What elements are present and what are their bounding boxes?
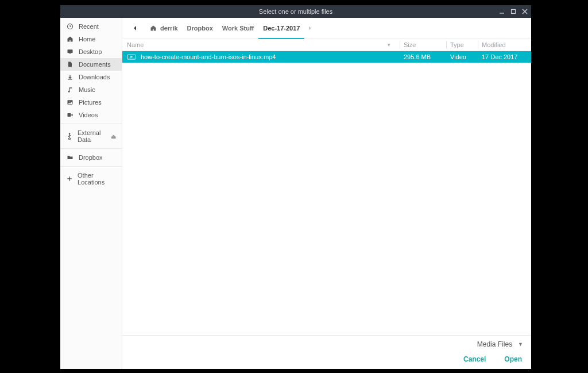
sidebar-item-label: Desktop (79, 48, 102, 55)
window-title: Select one or multiple files (259, 8, 332, 15)
action-buttons: Cancel Open (130, 353, 523, 366)
column-header-label: Size (404, 41, 416, 48)
file-list[interactable]: how-to-create-mount-and-burn-isos-in-lin… (122, 51, 531, 335)
column-header-label: Name (127, 41, 144, 48)
maximize-button[interactable] (510, 9, 516, 14)
video-file-icon (127, 53, 136, 60)
desktop-icon (66, 48, 74, 55)
sidebar-item-home[interactable]: Home (60, 33, 122, 45)
sidebar-item-desktop[interactable]: Desktop (60, 45, 122, 58)
back-button[interactable] (128, 21, 142, 35)
sidebar-item-label: Recent (79, 23, 99, 30)
usb-icon (66, 133, 73, 140)
breadcrumb-label: derrik (160, 25, 178, 32)
pictures-icon (66, 99, 74, 106)
cancel-button[interactable]: Cancel (462, 353, 487, 366)
file-row[interactable]: how-to-create-mount-and-burn-isos-in-lin… (122, 51, 531, 63)
chevron-right-icon (308, 26, 312, 30)
column-header-row: Name ▾ Size Type Modified (122, 39, 531, 51)
document-icon (66, 61, 74, 68)
column-divider (478, 41, 478, 49)
column-header-type[interactable]: Type (450, 41, 474, 48)
sidebar-item-documents[interactable]: Documents (60, 58, 122, 71)
sidebar-item-pictures[interactable]: Pictures (60, 96, 122, 109)
svg-point-8 (69, 102, 70, 103)
window-controls (499, 9, 528, 14)
sidebar-item-label: Downloads (79, 74, 110, 80)
sidebar: Recent Home Desktop Documents (60, 18, 122, 369)
svg-rect-1 (512, 10, 516, 14)
sidebar-item-label: Other Locations (78, 172, 116, 186)
video-icon (66, 111, 74, 118)
sort-indicator-icon: ▾ (388, 42, 390, 48)
plus-icon (66, 175, 73, 182)
chevron-down-icon: ▼ (518, 341, 523, 347)
file-modified: 17 Dec 2017 (482, 53, 527, 60)
sidebar-item-videos[interactable]: Videos (60, 109, 122, 121)
breadcrumb-label: Dec-17-2017 (263, 25, 300, 32)
file-name: how-to-create-mount-and-burn-isos-in-lin… (141, 53, 404, 60)
titlebar: Select one or multiple files (60, 5, 531, 18)
clock-icon (66, 23, 74, 30)
column-header-size[interactable]: Size (404, 41, 443, 48)
column-header-label: Type (450, 41, 464, 48)
sidebar-item-label: Home (79, 36, 95, 43)
column-header-name[interactable]: Name ▾ (127, 41, 396, 48)
column-header-modified[interactable]: Modified (482, 41, 527, 48)
close-button[interactable] (522, 9, 528, 14)
filter-label: Media Files (477, 340, 512, 348)
home-icon (66, 36, 74, 43)
file-type: Video (450, 53, 474, 60)
file-size: 295.6 MB (404, 53, 443, 60)
folder-icon (66, 154, 74, 161)
breadcrumb-segment[interactable]: Dropbox (183, 22, 218, 34)
breadcrumb-home[interactable]: derrik (145, 22, 183, 34)
window-body: Recent Home Desktop Documents (60, 18, 531, 369)
main-area: derrik Dropbox Work Stuff Dec-17-2017 (122, 18, 531, 369)
home-icon (150, 25, 157, 32)
file-chooser-window: Select one or multiple files Recent (60, 5, 531, 369)
sidebar-item-label: External Data (78, 129, 106, 143)
sidebar-item-label: Documents (79, 61, 111, 68)
sidebar-item-dropbox[interactable]: Dropbox (60, 151, 122, 164)
breadcrumb-label: Dropbox (187, 25, 213, 32)
breadcrumb-label: Work Stuff (222, 25, 254, 32)
svg-point-10 (69, 133, 70, 134)
sidebar-item-downloads[interactable]: Downloads (60, 71, 122, 83)
sidebar-item-label: Videos (79, 111, 98, 118)
sidebar-item-label: Dropbox (79, 154, 103, 161)
music-icon (66, 86, 74, 93)
download-icon (66, 74, 74, 80)
sidebar-item-recent[interactable]: Recent (60, 20, 122, 33)
svg-rect-9 (68, 113, 71, 117)
sidebar-item-label: Pictures (79, 99, 102, 106)
sidebar-item-label: Music (79, 86, 95, 93)
svg-rect-5 (68, 49, 73, 53)
breadcrumb-segment-active[interactable]: Dec-17-2017 (258, 22, 304, 34)
sidebar-item-external-data[interactable]: External Data ⏏ (60, 126, 122, 146)
file-filter-dropdown[interactable]: Media Files ▼ (130, 340, 523, 348)
open-button[interactable]: Open (503, 353, 523, 366)
minimize-button[interactable] (499, 9, 505, 14)
column-divider (446, 41, 447, 49)
file-area: Name ▾ Size Type Modified (122, 39, 531, 335)
sidebar-divider (60, 124, 122, 124)
sidebar-item-music[interactable]: Music (60, 83, 122, 96)
eject-icon[interactable]: ⏏ (111, 133, 116, 140)
pathbar: derrik Dropbox Work Stuff Dec-17-2017 (122, 18, 531, 39)
footer: Media Files ▼ Cancel Open (122, 335, 531, 369)
column-divider (400, 41, 400, 49)
sidebar-divider (60, 148, 122, 149)
breadcrumb-segment[interactable]: Work Stuff (218, 22, 258, 34)
sidebar-item-other-locations[interactable]: Other Locations (60, 169, 122, 189)
column-header-label: Modified (482, 41, 506, 48)
sidebar-divider (60, 166, 122, 167)
svg-rect-6 (69, 53, 71, 54)
